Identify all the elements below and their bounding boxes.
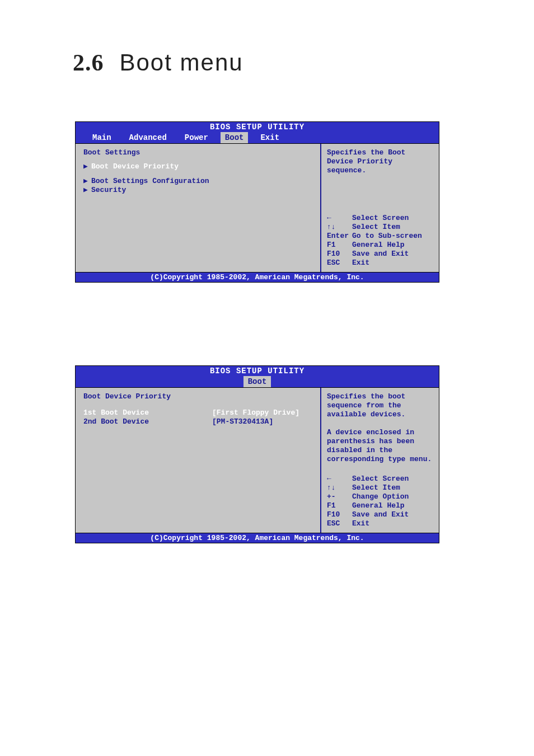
nav-row: Select Screen [327, 475, 433, 483]
nav-action: Go to Sub-screen [352, 232, 433, 241]
nav-row: ESCExit [327, 259, 433, 267]
section-number: 2.6 [73, 50, 104, 76]
left-arrow-icon [327, 475, 352, 483]
bios-title: BIOS SETUP UTILITY [76, 366, 439, 376]
nav-action: Select Item [352, 483, 433, 492]
menu-item-boot-settings-config[interactable]: ▶ Boot Settings Configuration [83, 177, 316, 186]
bios-right-pane: Specifies the boot sequence from the ava… [321, 388, 439, 533]
boot-device-row-2[interactable]: 2nd Boot Device [PM-ST320413A] [83, 417, 316, 426]
nav-action: General Help [352, 241, 433, 250]
boot-device-label: 2nd Boot Device [83, 417, 212, 426]
bios-footer: (C)Copyright 1985-2002, American Megatre… [76, 272, 439, 282]
nav-action: Select Item [352, 223, 433, 232]
nav-action: Exit [352, 519, 433, 528]
nav-hints: Select Screen Select Item +-Change Optio… [327, 475, 433, 528]
nav-action: General Help [352, 501, 433, 510]
bios-tabbar: Main Advanced Power Boot Exit [76, 132, 439, 143]
nav-row: Select Item [327, 223, 433, 232]
left-arrow-icon [327, 214, 352, 223]
bios-left-pane: Boot Settings ▶ Boot Device Priority ▶ B… [76, 144, 321, 272]
tab-exit[interactable]: Exit [255, 132, 285, 143]
pane-heading: Boot Device Priority [83, 392, 316, 401]
tab-power[interactable]: Power [179, 132, 214, 143]
section-title: Boot menu [120, 49, 243, 76]
nav-row: F1General Help [327, 241, 433, 250]
nav-key: F10 [327, 510, 352, 519]
nav-row: Select Item [327, 483, 433, 492]
nav-action: Save and Exit [352, 250, 433, 259]
nav-row: EnterGo to Sub-screen [327, 232, 433, 241]
tab-advanced[interactable]: Advanced [124, 132, 172, 143]
nav-key: ESC [327, 519, 352, 528]
nav-key: ESC [327, 259, 352, 267]
nav-key: Enter [327, 232, 352, 241]
menu-item-label: Boot Settings Configuration [91, 177, 209, 186]
boot-device-label: 1st Boot Device [83, 408, 212, 417]
updown-arrows-icon [327, 483, 352, 492]
page-heading: 2.6Boot menu [73, 49, 243, 76]
nav-action: Change Option [352, 492, 433, 501]
bios-title: BIOS SETUP UTILITY [76, 122, 439, 132]
nav-row: F1General Help [327, 501, 433, 510]
bios-screenshot-boot-settings: BIOS SETUP UTILITY Main Advanced Power B… [75, 121, 439, 283]
menu-item-security[interactable]: ▶ Security [83, 186, 316, 195]
menu-item-boot-device-priority[interactable]: ▶ Boot Device Priority [83, 162, 316, 171]
bios-right-pane: Specifies the Boot Device Priority seque… [321, 144, 439, 272]
bios-footer: (C)Copyright 1985-2002, American Megatre… [76, 533, 439, 543]
boot-device-value: [PM-ST320413A] [212, 417, 316, 426]
help-text: Specifies the Boot Device Priority seque… [327, 148, 433, 175]
bios-tabbar: Boot [76, 376, 439, 387]
bios-left-pane: Boot Device Priority 1st Boot Device [Fi… [76, 388, 321, 533]
tab-main[interactable]: Main [87, 132, 117, 143]
help-text: Specifies the boot sequence from the ava… [327, 392, 433, 464]
nav-action: Save and Exit [352, 510, 433, 519]
tab-boot[interactable]: Boot [243, 376, 271, 387]
pane-heading: Boot Settings [83, 148, 316, 157]
nav-key: F1 [327, 241, 352, 250]
nav-key: F1 [327, 501, 352, 510]
nav-key: +- [327, 492, 352, 501]
nav-row: Select Screen [327, 214, 433, 223]
nav-hints: Select Screen Select Item EnterGo to Sub… [327, 214, 433, 267]
bios-body: Boot Device Priority 1st Boot Device [Fi… [76, 387, 439, 533]
nav-row: F10Save and Exit [327, 510, 433, 519]
submenu-arrow-icon: ▶ [83, 177, 91, 186]
submenu-arrow-icon: ▶ [83, 186, 91, 195]
menu-item-label: Boot Device Priority [91, 162, 179, 171]
nav-action: Exit [352, 259, 433, 267]
tab-boot[interactable]: Boot [221, 132, 249, 143]
bios-body: Boot Settings ▶ Boot Device Priority ▶ B… [76, 143, 439, 272]
boot-device-value: [First Floppy Drive] [212, 408, 316, 417]
boot-device-row-1[interactable]: 1st Boot Device [First Floppy Drive] [83, 408, 316, 417]
nav-key: F10 [327, 250, 352, 259]
nav-action: Select Screen [352, 214, 433, 223]
updown-arrows-icon [327, 223, 352, 232]
nav-row: ESCExit [327, 519, 433, 528]
menu-item-label: Security [91, 186, 126, 195]
nav-action: Select Screen [352, 475, 433, 483]
nav-row: F10Save and Exit [327, 250, 433, 259]
submenu-arrow-icon: ▶ [83, 162, 91, 171]
nav-row: +-Change Option [327, 492, 433, 501]
bios-screenshot-boot-device-priority: BIOS SETUP UTILITY Boot Boot Device Prio… [75, 365, 439, 543]
